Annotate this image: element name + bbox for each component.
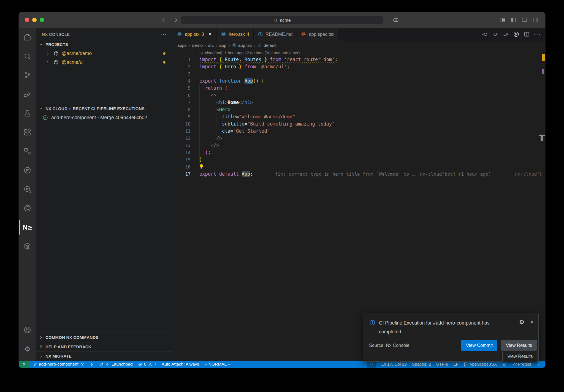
code-line-11[interactable]: 11 cta="Get Started" [173, 127, 545, 135]
code-line-13[interactable]: 13 </> [173, 142, 545, 149]
code-text: import { Hero } from '@acme/ui'; [199, 64, 290, 69]
line-number: 16 [173, 164, 191, 170]
tab-hero-tsx[interactable]: hero.tsx4 [217, 28, 254, 41]
code-line-5[interactable]: 5 return ( [173, 85, 545, 92]
status-branch[interactable]: add-hero-component [33, 361, 85, 368]
layout-customize-icon[interactable] [499, 17, 506, 23]
tab-readme-md[interactable]: README.md [254, 28, 297, 41]
code-text: <> [199, 92, 216, 98]
status-text: Ln 17, Col 19 [381, 362, 407, 367]
activity-item-testing[interactable] [19, 104, 36, 123]
layout-sidebar-right-icon[interactable] [532, 17, 539, 23]
nav-dot-icon[interactable] [492, 31, 498, 37]
activity-item-source-control[interactable] [19, 66, 36, 85]
close-window-button[interactable] [25, 18, 29, 22]
nav-forward-icon[interactable] [503, 31, 509, 37]
command-center-search[interactable]: acme [181, 16, 383, 25]
code-line-16[interactable]: 16 [173, 163, 545, 170]
notification-settings-gear-icon[interactable]: ⚙ [519, 319, 525, 325]
status-text: {} TypeScript JSX [464, 362, 497, 367]
tab-close-icon[interactable]: ✕ [207, 32, 212, 37]
nx-cloud-section-header[interactable]: NX CLOUD :: RECENT CI PIPELINE EXECUTION… [36, 104, 173, 113]
project-item-acme-demo[interactable]: @acme/demo [36, 49, 173, 58]
nx-migrate-header[interactable]: NX MIGRATE [36, 351, 173, 361]
status-problems[interactable]: ⊗0⚠7 [138, 361, 156, 368]
breadcrumb-separator: › [254, 43, 256, 48]
status-launchpad[interactable]: Launchpad [99, 361, 133, 368]
lightbulb-icon[interactable] [198, 164, 205, 170]
breadcrumb-item-default[interactable]: default [257, 43, 276, 48]
projects-section: PROJECTS @acme/demo @acme/ui [36, 40, 173, 67]
forward-arrow-icon[interactable] [173, 17, 179, 23]
breadcrumb-separator: › [205, 43, 206, 48]
code-line-8[interactable]: 8 <Hero [173, 106, 545, 113]
activity-item-containers[interactable] [19, 237, 36, 256]
code-line-4[interactable]: 4export function App() { [173, 77, 545, 85]
code-line-9[interactable]: 9 title="Welcome @acme/demo" [173, 113, 545, 120]
back-arrow-icon[interactable] [161, 17, 167, 23]
status-text: Prettier [518, 362, 532, 367]
activity-item-search[interactable] [19, 47, 36, 66]
layout-sidebar-left-icon[interactable] [510, 17, 517, 23]
cloud-upload-icon [80, 362, 85, 366]
help-and-feedback-header[interactable]: HELP AND FEEDBACK [36, 342, 173, 351]
view-commit-button[interactable]: View Commit [461, 340, 497, 351]
code-line-6[interactable]: 6 <> [173, 92, 545, 99]
status-source-control-graph[interactable] [90, 361, 94, 368]
split-editor-icon[interactable] [524, 31, 530, 37]
activity-item-nx-console[interactable]: N≥ [19, 218, 36, 237]
activity-item-run-debug[interactable] [19, 85, 36, 104]
nav-back-icon[interactable] [482, 31, 488, 37]
code-line-12[interactable]: 12 /> [173, 135, 545, 142]
copilot-menu[interactable] [393, 12, 404, 28]
activity-item-account[interactable] [19, 320, 36, 339]
breadcrumb-label: app [219, 43, 226, 48]
chevron-right-icon [45, 51, 50, 56]
project-item-acme-ui[interactable]: @acme/ui [36, 58, 173, 67]
status-auto-attach[interactable]: Auto Attach: Always [162, 361, 199, 368]
layout-panel-icon[interactable] [521, 17, 528, 23]
code-line-1[interactable]: 1import { Route, Routes } from 'react-ro… [173, 56, 545, 63]
more-actions-icon[interactable]: ··· [534, 31, 540, 37]
notification-close-icon[interactable]: ✕ [529, 319, 535, 325]
code-line-7[interactable]: 7 <h1>Home</h1> [173, 99, 545, 106]
code-line-15[interactable]: 15} [173, 156, 545, 163]
modified-dot-badge [163, 61, 166, 64]
code-line-2[interactable]: 2import { Hero } from '@acme/ui'; [173, 63, 545, 70]
line-number: 6 [173, 93, 191, 98]
activity-item-settings-gear[interactable]: ⚙ [19, 339, 36, 358]
nx-graph-action-icon[interactable] [513, 31, 519, 37]
edge-browser-icon [23, 204, 31, 212]
activity-item-explorer[interactable] [19, 28, 36, 47]
sidebar-more-actions-icon[interactable]: ··· [160, 31, 167, 37]
status-vim-mode[interactable]: -- NORMAL -- [204, 361, 231, 368]
breadcrumb-item-apps[interactable]: apps [177, 43, 187, 48]
line-number: 13 [173, 143, 191, 148]
remote-indicator[interactable] [19, 361, 29, 368]
breadcrumb-item-demo[interactable]: demo [192, 43, 203, 48]
chevron-right-icon [39, 354, 43, 358]
activity-item-edge-browser[interactable] [19, 199, 36, 218]
ci-pipeline-execution-item[interactable]: add-hero-component - Merge 409b44e5cb02.… [36, 113, 173, 122]
zoom-window-button[interactable] [40, 18, 44, 22]
minimize-window-button[interactable] [32, 18, 37, 22]
tab-app-spec-tsx[interactable]: app.spec.tsx [297, 28, 339, 41]
activity-item-nx-graph-focus[interactable] [19, 180, 36, 199]
activity-item-references[interactable] [19, 142, 36, 161]
tab-app-tsx[interactable]: app.tsx3✕ [173, 28, 217, 41]
common-nx-commands-header[interactable]: COMMON NX COMMANDS [36, 333, 173, 342]
breadcrumb-item-app-tsx[interactable]: app.tsx [232, 43, 252, 48]
breadcrumb-item-src[interactable]: src [208, 43, 214, 48]
breadcrumb-item-app[interactable]: app [219, 43, 226, 48]
codelens-blame[interactable]: nx-cloud[bot], 1 hour ago | 2 authors (Y… [173, 50, 545, 56]
nx-graph-focus-icon [23, 185, 31, 193]
activity-item-extensions[interactable] [19, 123, 36, 142]
projects-section-header[interactable]: PROJECTS [36, 40, 173, 49]
code-line-10[interactable]: 10 subtitle="Build something amazing tod… [173, 120, 545, 127]
line-number: 5 [173, 86, 191, 91]
view-results-button[interactable]: View Results [501, 340, 537, 351]
code-line-17[interactable]: 17export default App;fix: correct typo i… [173, 170, 545, 178]
code-line-14[interactable]: 14 ); [173, 149, 545, 156]
activity-item-nx-graph[interactable] [19, 161, 36, 180]
code-line-3[interactable]: 3 [173, 70, 545, 77]
